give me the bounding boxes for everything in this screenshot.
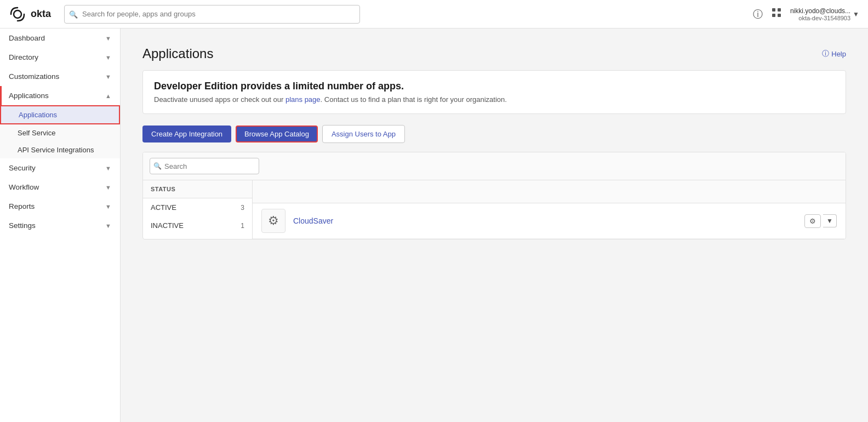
topnav-right: ⓘ nikki.yodo@clouds... okta-dev-31548903…	[753, 7, 859, 21]
sidebar-label-customizations: Customizations	[9, 72, 59, 81]
svg-rect-4	[778, 14, 781, 17]
banner-desc-post: . Contact us to find a plan that is righ…	[321, 95, 507, 104]
apps-panel-header	[253, 180, 846, 203]
status-count-active: 3	[241, 204, 244, 212]
logo-text: okta	[31, 8, 51, 20]
assign-users-to-app-button[interactable]: Assign Users to App	[322, 125, 405, 143]
chevron-down-icon: ▼	[105, 203, 111, 210]
chevron-down-icon: ▼	[105, 223, 111, 229]
browse-app-catalog-button[interactable]: Browse App Catalog	[236, 126, 318, 142]
chevron-down-icon: ▼	[105, 73, 111, 80]
page-header: Applications ⓘ Help	[142, 46, 846, 61]
sidebar-label-dashboard: Dashboard	[9, 34, 45, 42]
user-org: okta-dev-31548903	[798, 15, 850, 21]
app-action-dropdown-button[interactable]: ▼	[823, 214, 837, 227]
developer-edition-banner: Developer Edition provides a limited num…	[142, 70, 846, 114]
app-search-icon: 🔍	[153, 162, 162, 170]
app-row: ⚙ CloudSaver ⚙ ▼	[253, 203, 846, 239]
settings-icon: ⚙	[809, 217, 816, 225]
sidebar-item-directory[interactable]: Directory ▼	[0, 48, 120, 67]
svg-point-0	[14, 10, 21, 18]
action-bar: Create App Integration Browse App Catalo…	[142, 125, 846, 143]
topnav-search-area: 🔍	[64, 5, 360, 24]
sidebar-item-applications[interactable]: Applications ▲	[0, 86, 120, 105]
banner-description: Deactivate unused apps or check out our …	[154, 95, 835, 104]
sidebar-sub-item-api-service[interactable]: API Service Integrations	[0, 141, 120, 158]
help-link-label: Help	[831, 50, 846, 58]
sidebar-sub-applications: Applications Self Service API Service In…	[0, 105, 120, 158]
sidebar-item-customizations[interactable]: Customizations ▼	[0, 67, 120, 86]
banner-desc-pre: Deactivate unused apps or check out our	[154, 95, 285, 104]
okta-logo[interactable]: okta	[9, 5, 51, 23]
create-app-integration-button[interactable]: Create App Integration	[142, 126, 231, 142]
sidebar-item-reports[interactable]: Reports ▼	[0, 197, 120, 216]
status-row-active[interactable]: ACTIVE 3	[143, 198, 252, 216]
sidebar-item-dashboard[interactable]: Dashboard ▼	[0, 28, 120, 48]
app-table-top: 🔍	[143, 152, 846, 180]
app-table: 🔍 STATUS ACTIVE 3 INACTIVE 1	[142, 152, 846, 239]
page-title: Applications	[142, 46, 213, 61]
apps-panel: ⚙ CloudSaver ⚙ ▼	[253, 180, 846, 239]
help-circle-icon: ⓘ	[822, 49, 829, 59]
status-row-inactive[interactable]: INACTIVE 1	[143, 216, 252, 235]
svg-rect-1	[772, 8, 775, 12]
status-panel: STATUS ACTIVE 3 INACTIVE 1	[143, 180, 253, 239]
help-link[interactable]: ⓘ Help	[822, 49, 846, 59]
sidebar-label-security: Security	[9, 164, 36, 172]
user-name: nikki.yodo@clouds...	[790, 7, 850, 15]
sidebar-sub-item-applications[interactable]: Applications	[0, 105, 120, 124]
chevron-down-icon: ▼	[105, 165, 111, 172]
topnav-search-icon: 🔍	[69, 10, 78, 18]
status-count-inactive: 1	[241, 222, 244, 230]
sidebar-label-reports: Reports	[9, 202, 35, 210]
status-label-inactive: INACTIVE	[151, 221, 184, 230]
sidebar: Dashboard ▼ Directory ▼ Customizations ▼…	[0, 28, 121, 422]
app-actions: ⚙ ▼	[804, 214, 837, 228]
chevron-down-icon: ▼	[105, 35, 111, 42]
sidebar-item-security[interactable]: Security ▼	[0, 158, 120, 178]
sidebar-item-settings[interactable]: Settings ▼	[0, 216, 120, 235]
user-chevron-icon: ▼	[853, 10, 859, 18]
app-settings-button[interactable]: ⚙	[804, 214, 821, 228]
status-label-active: ACTIVE	[151, 203, 176, 212]
help-icon[interactable]: ⓘ	[753, 8, 763, 21]
user-menu[interactable]: nikki.yodo@clouds... okta-dev-31548903 ▼	[790, 7, 859, 21]
app-name-link[interactable]: CloudSaver	[293, 216, 797, 225]
top-navbar: okta 🔍 ⓘ nikki.yodo@clouds... okta-dev-3…	[0, 0, 868, 28]
caret-down-icon: ▼	[826, 217, 833, 225]
sidebar-item-workflow[interactable]: Workflow ▼	[0, 178, 120, 197]
main-layout: Dashboard ▼ Directory ▼ Customizations ▼…	[0, 28, 868, 422]
sidebar-sub-item-self-service[interactable]: Self Service	[0, 124, 120, 141]
app-search-wrap: 🔍	[150, 158, 259, 174]
app-icon-box: ⚙	[261, 209, 285, 233]
app-search-input[interactable]	[150, 158, 259, 174]
grid-icon[interactable]	[772, 8, 781, 20]
sidebar-label-workflow: Workflow	[9, 183, 39, 191]
sidebar-label-settings: Settings	[9, 221, 36, 230]
plans-page-link[interactable]: plans page	[285, 95, 321, 104]
svg-rect-2	[778, 8, 781, 12]
svg-rect-3	[772, 14, 775, 17]
app-table-body: STATUS ACTIVE 3 INACTIVE 1	[143, 180, 846, 239]
gear-icon: ⚙	[268, 214, 279, 228]
chevron-up-icon: ▲	[105, 93, 111, 99]
sidebar-label-applications: Applications	[9, 92, 49, 100]
banner-title: Developer Edition provides a limited num…	[154, 81, 835, 92]
chevron-down-icon: ▼	[105, 54, 111, 61]
main-content: Applications ⓘ Help Developer Edition pr…	[121, 28, 868, 422]
chevron-down-icon: ▼	[105, 184, 111, 191]
topnav-search-input[interactable]	[64, 5, 360, 24]
sidebar-label-directory: Directory	[9, 53, 38, 61]
status-header: STATUS	[143, 180, 252, 198]
